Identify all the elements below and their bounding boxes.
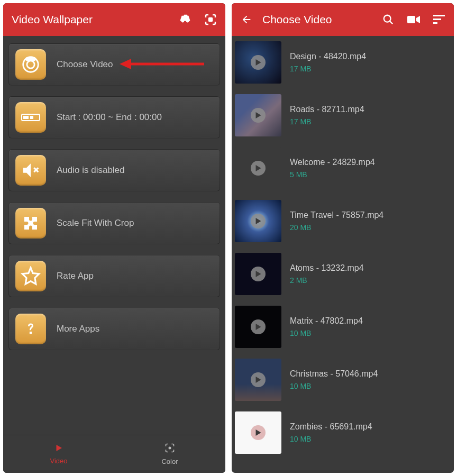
video-thumbnail	[235, 411, 281, 454]
page-title: Choose Video	[262, 13, 382, 26]
svg-rect-3	[26, 58, 35, 60]
menu-start-end[interactable]: Start : 00:00 ~ End : 00:00	[8, 96, 220, 139]
header-actions	[382, 13, 445, 26]
video-thumbnail	[235, 41, 281, 84]
svg-point-2	[27, 61, 34, 68]
svg-rect-5	[23, 116, 29, 119]
svg-rect-0	[209, 18, 212, 21]
video-name: Zombies - 65691.mp4	[290, 422, 447, 432]
menu-content: Choose Video Start : 00:00 ~ End : 00:00…	[3, 36, 225, 435]
menu-list: Choose Video Start : 00:00 ~ End : 00:00…	[3, 36, 225, 368]
video-item[interactable]: Roads - 82711.mp4 17 MB	[232, 89, 454, 142]
video-size: 20 MB	[290, 223, 447, 232]
video-info: Design - 48420.mp4 17 MB	[290, 52, 447, 73]
menu-choose-video[interactable]: Choose Video	[8, 43, 220, 86]
play-icon	[251, 372, 266, 387]
video-name: Design - 48420.mp4	[290, 52, 447, 61]
menu-more-apps[interactable]: More Apps	[8, 308, 220, 350]
menu-label: Choose Video	[57, 59, 113, 70]
menu-label: Start : 00:00 ~ End : 00:00	[57, 112, 162, 123]
video-list: Design - 48420.mp4 17 MB Roads - 82711.m…	[232, 36, 454, 459]
video-item[interactable]: Welcome - 24829.mp4 5 MB	[232, 142, 454, 195]
video-size: 10 MB	[290, 435, 447, 443]
header-actions	[179, 13, 217, 26]
svg-point-10	[384, 15, 391, 22]
video-thumbnail	[235, 94, 281, 136]
menu-label: Audio is disabled	[57, 165, 125, 176]
video-thumbnail	[235, 147, 281, 189]
back-icon[interactable]	[240, 13, 253, 26]
puzzle-icon	[15, 208, 46, 239]
video-item[interactable]: Atoms - 13232.mp4 2 MB	[232, 248, 454, 300]
video-info: Christmas - 57046.mp4 10 MB	[290, 369, 447, 390]
video-name: Matrix - 47802.mp4	[290, 316, 447, 326]
app-header: Choose Video	[232, 3, 454, 36]
video-size: 10 MB	[290, 329, 447, 337]
svg-rect-13	[433, 19, 441, 20]
camera-video-icon[interactable]	[407, 13, 420, 26]
video-item[interactable]: Zombies - 65691.mp4 10 MB	[232, 406, 454, 459]
color-frame-icon	[164, 443, 175, 455]
play-icon	[251, 214, 266, 228]
video-name: Time Travel - 75857.mp4	[290, 210, 447, 220]
question-icon	[15, 314, 46, 344]
video-info: Matrix - 47802.mp4 10 MB	[290, 316, 447, 337]
nav-color[interactable]: Color	[114, 435, 225, 473]
video-info: Atoms - 13232.mp4 2 MB	[290, 263, 447, 285]
svg-rect-14	[433, 22, 437, 24]
video-name: Roads - 82711.mp4	[290, 105, 447, 114]
nav-video[interactable]: Video	[3, 435, 114, 473]
video-thumbnail	[235, 359, 281, 401]
play-icon	[251, 161, 266, 176]
menu-label: Scale Fit With Crop	[57, 218, 134, 228]
camera-icon	[15, 49, 46, 80]
screen-choose-video: Choose Video Design - 48420.mp4 17 MB	[232, 3, 454, 473]
play-icon	[251, 267, 266, 281]
video-item[interactable]: Design - 48420.mp4 17 MB	[232, 36, 454, 89]
menu-audio[interactable]: Audio is disabled	[8, 149, 220, 191]
video-size: 17 MB	[290, 65, 447, 73]
play-icon	[251, 55, 266, 70]
star-icon	[15, 261, 46, 291]
menu-label: More Apps	[57, 324, 99, 334]
video-thumbnail	[235, 306, 281, 348]
svg-rect-11	[407, 16, 415, 23]
video-list-content[interactable]: Design - 48420.mp4 17 MB Roads - 82711.m…	[232, 36, 454, 473]
app-title: Video Wallpaper	[12, 13, 179, 26]
video-name: Welcome - 24829.mp4	[290, 158, 447, 167]
svg-point-9	[169, 447, 170, 448]
play-icon	[251, 319, 266, 334]
menu-scale[interactable]: Scale Fit With Crop	[8, 202, 220, 244]
menu-label: Rate App	[57, 271, 94, 281]
video-info: Zombies - 65691.mp4 10 MB	[290, 422, 447, 443]
video-item[interactable]: Christmas - 57046.mp4 10 MB	[232, 353, 454, 406]
video-name: Christmas - 57046.mp4	[290, 369, 447, 379]
video-item[interactable]: Matrix - 47802.mp4 10 MB	[232, 300, 454, 353]
frame-icon[interactable]	[204, 13, 217, 26]
video-info: Welcome - 24829.mp4 5 MB	[290, 158, 447, 179]
screen-video-wallpaper: Video Wallpaper Choose Video Start :	[3, 3, 225, 473]
search-icon[interactable]	[382, 13, 395, 26]
timeline-icon	[15, 102, 46, 133]
video-size: 5 MB	[290, 170, 447, 179]
video-info: Roads - 82711.mp4 17 MB	[290, 105, 447, 126]
video-info: Time Travel - 75857.mp4 20 MB	[290, 210, 447, 232]
video-size: 17 MB	[290, 117, 447, 126]
video-item[interactable]: Time Travel - 75857.mp4 20 MB	[232, 195, 454, 248]
svg-rect-6	[30, 116, 33, 119]
app-header: Video Wallpaper	[3, 3, 225, 36]
menu-rate[interactable]: Rate App	[8, 255, 220, 297]
video-thumbnail	[235, 253, 281, 295]
sort-icon[interactable]	[433, 13, 445, 26]
play-icon	[54, 443, 63, 455]
video-size: 10 MB	[290, 382, 447, 390]
nav-label: Color	[161, 457, 178, 465]
mute-icon	[15, 155, 46, 186]
video-thumbnail	[235, 200, 281, 242]
play-icon	[251, 425, 266, 440]
video-size: 2 MB	[290, 276, 447, 285]
play-icon	[251, 108, 266, 123]
nav-label: Video	[50, 457, 67, 465]
video-name: Atoms - 13232.mp4	[290, 263, 447, 273]
cart-icon[interactable]	[179, 13, 191, 26]
